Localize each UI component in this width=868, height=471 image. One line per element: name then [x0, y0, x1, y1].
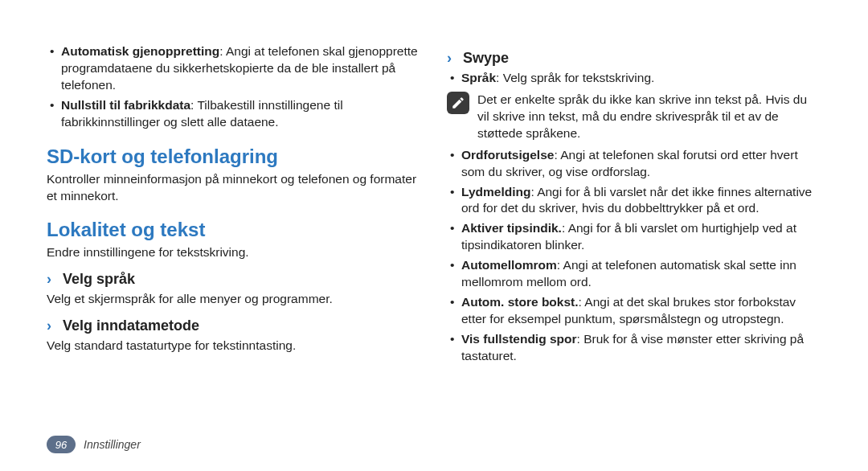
bullet-lead: Ordforutsigelse — [461, 148, 554, 162]
subheading-select-language: ›Velg språk — [47, 271, 421, 288]
subheading-text: Swype — [463, 50, 509, 66]
page-number-badge: 96 — [47, 436, 76, 453]
page-number: 96 — [55, 439, 67, 451]
paragraph-select-language: Velg et skjermspråk for alle menyer og p… — [47, 291, 421, 308]
bullet-lead: Språk — [461, 71, 496, 84]
right-column: ›Swype Språk: Velg språk for tekstskrivi… — [447, 40, 821, 368]
paragraph-input-method: Velg standard tastaturtype for tekstinnt… — [47, 338, 421, 354]
left-column: Automatisk gjenoppretting: Angi at telef… — [47, 40, 421, 368]
chevron-right-icon: › — [447, 50, 458, 67]
bullet-lead: Vis fullstendig spor — [461, 332, 577, 346]
list-item: Lydmelding: Angi for å bli varslet når d… — [447, 184, 821, 218]
subheading-select-input-method: ›Velg inndatametode — [47, 317, 421, 334]
heading-locale-text: Lokalitet og tekst — [47, 219, 421, 241]
page-footer: 96 Innstillinger — [47, 436, 141, 453]
paragraph-sd: Kontroller minneinformasjon på minnekort… — [47, 171, 421, 205]
note-icon — [447, 92, 469, 114]
chevron-right-icon: › — [47, 317, 58, 334]
pencil-note-icon — [451, 96, 465, 110]
subheading-text: Velg inndatametode — [63, 317, 199, 334]
bullet-lead: Automatisk gjenoppretting — [61, 44, 219, 58]
list-item: Aktiver tipsindik.: Angi for å bli varsl… — [447, 220, 821, 254]
page-body: Automatisk gjenoppretting: Angi at telef… — [0, 0, 868, 376]
bullet-lead: Lydmelding — [461, 185, 530, 199]
bullet-text: : Velg språk for tekstskriving. — [496, 71, 654, 84]
restore-bullet-list: Automatisk gjenoppretting: Angi at telef… — [47, 43, 421, 131]
bullet-lead: Nullstill til fabrikkdata — [61, 98, 190, 112]
swype-bullet-list: Ordforutsigelse: Angi at telefonen skal … — [447, 147, 821, 365]
bullet-lead: Automellomrom — [461, 258, 557, 272]
list-item: Vis fullstendig spor: Bruk for å vise mø… — [447, 331, 821, 365]
bullet-lead: Autom. store bokst. — [461, 295, 579, 309]
note-text: Det er enkelte språk du ikke kan skrive … — [477, 92, 821, 142]
note-callout: Det er enkelte språk du ikke kan skrive … — [447, 92, 821, 142]
list-item: Språk: Velg språk for tekstskriving. — [447, 70, 821, 87]
list-item: Ordforutsigelse: Angi at telefonen skal … — [447, 147, 821, 181]
subheading-text: Velg språk — [63, 271, 135, 287]
list-item: Automatisk gjenoppretting: Angi at telef… — [47, 43, 421, 94]
heading-sd-storage: SD-kort og telefonlagring — [47, 145, 421, 168]
chevron-right-icon: › — [47, 271, 58, 288]
subheading-swype: ›Swype — [447, 50, 821, 67]
footer-section-name: Innstillinger — [84, 438, 141, 451]
swype-bullet-list-top: Språk: Velg språk for tekstskriving. — [447, 70, 821, 87]
list-item: Nullstill til fabrikkdata: Tilbakestill … — [47, 97, 421, 131]
bullet-lead: Aktiver tipsindik. — [461, 221, 562, 235]
list-item: Automellomrom: Angi at telefonen automat… — [447, 257, 821, 291]
list-item: Autom. store bokst.: Angi at det skal br… — [447, 294, 821, 328]
paragraph-locale: Endre innstillingene for tekstskriving. — [47, 244, 421, 261]
